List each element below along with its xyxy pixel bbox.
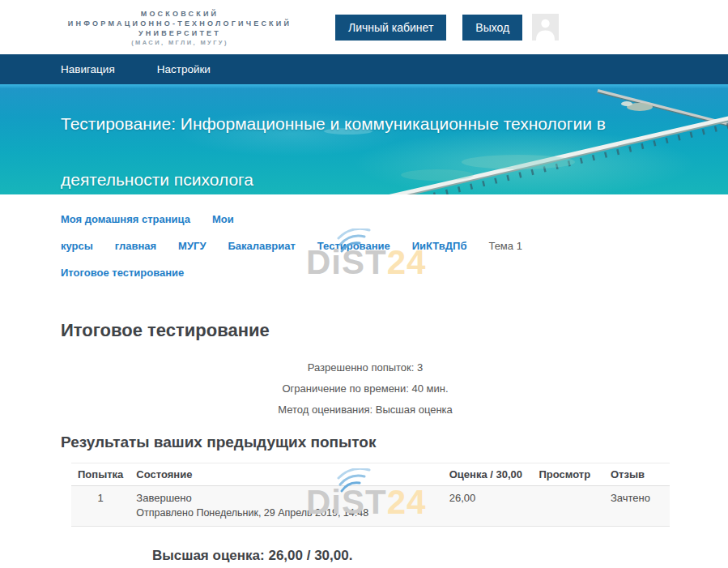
quiz-time-limit: Ограничение по времени: 40 мин. [61, 378, 670, 399]
col-header-attempt: Попытка [71, 463, 130, 486]
cell-review [532, 486, 604, 527]
logo-line: УНИВЕРСИТЕТ [50, 28, 309, 38]
col-header-review: Просмотр [532, 463, 604, 486]
table-header-row: Попытка Состояние Оценка / 30,00 Просмот… [71, 463, 670, 486]
quiz-grading-method: Метод оценивания: Высшая оценка [61, 399, 670, 421]
breadcrumb-topic1: Тема 1 [488, 240, 522, 252]
nav-item-settings[interactable]: Настройки [157, 63, 211, 75]
page-title: Итоговое тестирование [61, 320, 670, 341]
main-navbar: Навигация Настройки [0, 54, 728, 84]
cell-feedback: Зачтено [604, 486, 670, 527]
personal-cabinet-button[interactable]: Личный кабинет [335, 15, 446, 41]
breadcrumb-final-test[interactable]: Итоговое тестирование [61, 267, 184, 279]
site-header: МОСКОВСКИЙ ИНФОРМАЦИОННО-ТЕХНОЛОГИЧЕСКИЙ… [0, 0, 728, 54]
results-table: Попытка Состояние Оценка / 30,00 Просмот… [71, 463, 670, 527]
cell-state: Завершено Отправлено Понедельник, 29 Апр… [130, 486, 442, 527]
logo-subtitle: (МАСИ, МГЛИ, МУГУ) [50, 39, 309, 46]
course-title: Тестирование: Информационные и коммуника… [61, 96, 619, 194]
avatar[interactable] [532, 14, 559, 41]
quiz-info: Разрешенно попыток: 3 Ограничение по вре… [61, 357, 670, 421]
breadcrumb-testing[interactable]: Тестирование [317, 240, 390, 252]
logo-line: ИНФОРМАЦИОННО-ТЕХНОЛОГИЧЕСКИЙ [50, 19, 309, 28]
university-logo[interactable]: МОСКОВСКИЙ ИНФОРМАЦИОННО-ТЕХНОЛОГИЧЕСКИЙ… [50, 9, 309, 46]
breadcrumb-bachelor[interactable]: Бакалавриат [228, 240, 295, 252]
state-submitted-date: Отправлено Понедельник, 29 Апрель 2019, … [136, 507, 436, 519]
course-banner: Тестирование: Информационные и коммуника… [0, 84, 728, 194]
state-finished: Завершено [136, 492, 436, 504]
breadcrumb-main[interactable]: главная [115, 240, 156, 252]
best-grade-line: Высшая оценка: 26,00 / 30,00. [152, 548, 670, 564]
user-silhouette-icon [532, 14, 559, 41]
cell-attempt-number: 1 [71, 486, 130, 527]
col-header-grade: Оценка / 30,00 [443, 463, 533, 486]
header-buttons: Личный кабинет Выход [335, 15, 522, 41]
col-header-feedback: Отзыв [604, 463, 670, 486]
results-heading: Результаты ваших предыдущих попыток [61, 433, 670, 451]
breadcrumb-home[interactable]: Моя домашняя страница [61, 213, 190, 225]
table-row: 1 Завершено Отправлено Понедельник, 29 А… [71, 486, 670, 527]
breadcrumb-iiktvdpb[interactable]: ИиКТвДПб [412, 240, 467, 252]
breadcrumb: Моя домашняя страницаМои курсыглавнаяМУГ… [61, 206, 670, 286]
breadcrumb-mugu[interactable]: МУГУ [178, 240, 206, 252]
page-content: DiST24 Моя домашняя страницаМои курсыгла… [0, 194, 728, 568]
cell-grade: 26,00 [443, 486, 533, 527]
logo-line: МОСКОВСКИЙ [50, 9, 309, 19]
logout-button[interactable]: Выход [462, 15, 522, 41]
col-header-state: Состояние [130, 463, 442, 486]
nav-item-navigation[interactable]: Навигация [61, 63, 115, 75]
quiz-attempts-allowed: Разрешенно попыток: 3 [61, 357, 670, 378]
